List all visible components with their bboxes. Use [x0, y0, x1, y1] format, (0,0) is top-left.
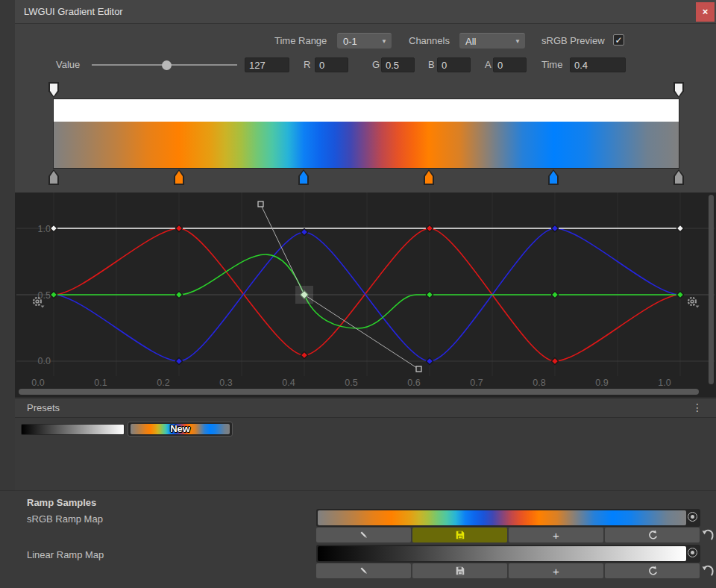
curve-key-point	[676, 291, 683, 298]
vertical-scrollbar[interactable]	[709, 195, 714, 384]
srgb-edit-button[interactable]	[316, 528, 411, 542]
color-key-color	[425, 171, 433, 184]
x-tick: 0.4	[282, 378, 295, 388]
linear-save-button[interactable]	[412, 563, 507, 578]
tangent-handle-in[interactable]	[258, 201, 263, 207]
linear-add-button[interactable]: +	[509, 563, 603, 578]
curve-key-point	[50, 291, 57, 298]
horizontal-scrollbar[interactable]	[19, 389, 699, 395]
time-range-value: 0-1	[343, 36, 357, 47]
linear-ramp-gradient	[318, 546, 686, 561]
srgb-preview-label: sRGB Preview	[541, 33, 605, 49]
time-range-dropdown[interactable]: 0-1 ▼	[337, 33, 392, 49]
x-axis-ticks: 0.0 0.1 0.2 0.3 0.4 0.5 0.6 0.7 0.8 0.9 …	[31, 378, 671, 388]
target-dot	[691, 551, 694, 554]
floppy-icon	[455, 566, 465, 576]
color-key-color	[175, 171, 183, 184]
preset-new-label: New	[128, 422, 233, 437]
y-tick: 1.0	[38, 224, 51, 234]
x-tick: 0.0	[31, 378, 44, 388]
ramp-target-icon[interactable]	[688, 548, 697, 557]
ramp-samples-header: Ramp Samples	[27, 497, 96, 509]
srgb-preview-checkbox[interactable]: ✓	[613, 34, 624, 46]
floppy-icon	[455, 530, 465, 540]
r-label: R	[304, 57, 310, 72]
preset-swatch-blackwhite[interactable]	[21, 424, 125, 435]
x-tick: 0.6	[407, 378, 420, 388]
curve-key-point	[551, 357, 558, 364]
curve-key-point	[50, 225, 57, 231]
presets-header: Presets	[27, 398, 60, 417]
color-key-color	[300, 171, 307, 184]
x-tick: 0.3	[219, 378, 232, 388]
curve-key-point	[551, 291, 558, 298]
value-slider-knob[interactable]	[162, 60, 172, 70]
presets-header-bar	[15, 398, 716, 417]
alpha-key-color	[50, 84, 57, 96]
chevron-down-icon: ▼	[515, 34, 521, 49]
color-strip	[54, 122, 679, 168]
x-tick: 0.8	[533, 378, 545, 388]
curve-key-point	[175, 291, 182, 298]
pencil-icon	[358, 565, 370, 577]
x-tick: 0.1	[94, 378, 107, 388]
curve-key-point	[426, 357, 433, 364]
srgb-save-button[interactable]	[412, 528, 507, 542]
x-tick: 1.0	[658, 378, 671, 388]
b-label: B	[428, 57, 435, 72]
linear-refresh-button[interactable]	[605, 563, 700, 578]
window-title: LWGUI Gradient Editor	[24, 0, 123, 24]
channels-label: Channels	[409, 33, 450, 49]
linear-ramp-preview[interactable]	[316, 545, 700, 563]
color-key-color	[675, 171, 682, 184]
x-tick: 0.5	[345, 378, 357, 388]
value-input[interactable]: 127	[245, 57, 289, 72]
undo-icon	[701, 562, 715, 578]
g-label: G	[372, 57, 380, 72]
linear-ramp-label: Linear Ramp Map	[27, 549, 104, 561]
refresh-icon	[647, 565, 659, 577]
r-input[interactable]: 0	[315, 57, 348, 72]
close-button[interactable]: ×	[696, 2, 715, 22]
curve-key-point	[551, 225, 558, 231]
gradient-preview[interactable]	[53, 98, 679, 169]
curve-key-point	[676, 225, 683, 231]
srgb-revert-button[interactable]	[701, 526, 715, 542]
y-axis-ticks: 1.0 0.5 0.0	[38, 224, 51, 366]
x-tick: 0.7	[470, 378, 483, 388]
a-label: A	[485, 57, 492, 72]
curve-key-point	[301, 351, 307, 358]
y-tick: 0.0	[38, 356, 51, 366]
srgb-ramp-preview[interactable]	[316, 509, 700, 527]
linear-edit-button[interactable]	[316, 563, 411, 578]
channels-value: All	[465, 36, 476, 47]
curve-key-point	[175, 357, 182, 364]
curve-editor[interactable]: 1.0 0.5 0.0 0.0 0.1 0.2 0.3 0.4 0.5 0.6 …	[16, 193, 715, 397]
alpha-strip	[54, 99, 679, 122]
time-label: Time	[541, 57, 562, 72]
x-tick: 0.2	[157, 378, 169, 388]
color-key-color	[50, 171, 57, 184]
srgb-add-button[interactable]: +	[509, 528, 603, 542]
srgb-ramp-label: sRGB Ramp Map	[27, 513, 103, 525]
curve-key-point	[301, 228, 307, 235]
tangent-handle-out[interactable]	[416, 366, 421, 372]
ramp-target-icon[interactable]	[688, 512, 697, 522]
g-input[interactable]: 0.5	[381, 57, 415, 72]
linear-revert-button[interactable]	[701, 562, 715, 578]
alpha-key-color	[675, 84, 682, 96]
color-key-color	[550, 171, 557, 184]
undo-icon	[701, 526, 715, 542]
srgb-refresh-button[interactable]	[605, 528, 700, 542]
curve-key-point	[426, 291, 433, 298]
target-dot	[691, 515, 694, 519]
channels-dropdown[interactable]: All ▼	[459, 33, 525, 49]
time-input[interactable]: 0.4	[570, 57, 626, 72]
right-gear-icon[interactable]	[688, 298, 700, 308]
b-input[interactable]: 0	[437, 57, 471, 72]
presets-menu-icon[interactable]: ⋮	[692, 398, 703, 417]
a-input[interactable]: 0	[493, 57, 527, 72]
gradient-editor-window: LWGUI Gradient Editor × Time Range 0-1 ▼…	[0, 0, 716, 588]
chevron-down-icon: ▼	[381, 34, 387, 49]
curve-key-point	[175, 225, 182, 231]
